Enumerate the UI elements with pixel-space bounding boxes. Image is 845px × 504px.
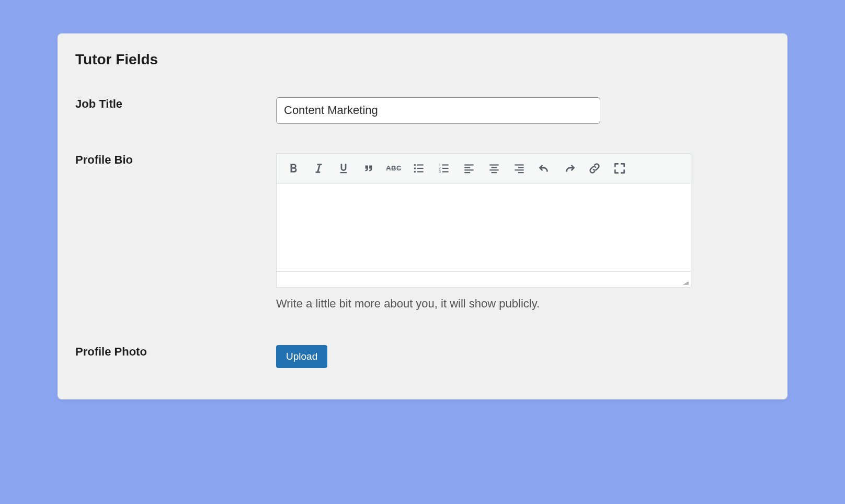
profile-bio-label: Profile Bio xyxy=(75,153,133,166)
svg-point-0 xyxy=(414,164,416,165)
underline-icon xyxy=(337,162,350,175)
editor-toolbar: ABC 123 xyxy=(277,154,691,184)
undo-button[interactable] xyxy=(532,156,557,181)
bio-textarea[interactable] xyxy=(277,184,691,271)
svg-rect-9 xyxy=(442,164,449,165)
svg-rect-20 xyxy=(515,164,523,165)
svg-rect-16 xyxy=(489,164,498,165)
bold-button[interactable] xyxy=(281,156,306,181)
strikethrough-icon: ABC xyxy=(386,164,402,172)
svg-point-1 xyxy=(414,167,416,169)
fullscreen-button[interactable] xyxy=(607,156,632,181)
align-left-icon xyxy=(462,162,476,175)
svg-rect-21 xyxy=(518,167,524,168)
numbered-list-icon: 123 xyxy=(437,162,451,175)
svg-rect-13 xyxy=(464,167,470,168)
svg-rect-17 xyxy=(492,167,497,168)
editor-statusbar xyxy=(277,271,691,287)
tutor-fields-panel: Tutor Fields Job Title Profile Bio xyxy=(58,33,787,399)
upload-button[interactable]: Upload xyxy=(276,345,327,368)
underline-button[interactable] xyxy=(331,156,356,181)
svg-rect-12 xyxy=(464,164,473,165)
svg-rect-4 xyxy=(417,168,424,169)
redo-button[interactable] xyxy=(557,156,582,181)
svg-rect-23 xyxy=(518,172,524,173)
svg-rect-22 xyxy=(515,169,523,170)
svg-rect-18 xyxy=(489,169,498,170)
svg-rect-14 xyxy=(464,169,473,170)
quote-icon xyxy=(362,162,375,175)
svg-rect-3 xyxy=(417,164,424,165)
bulleted-list-icon xyxy=(412,162,426,175)
svg-rect-10 xyxy=(442,168,449,169)
profile-bio-row: Profile Bio xyxy=(58,143,787,311)
profile-photo-label: Profile Photo xyxy=(75,345,147,358)
align-left-button[interactable] xyxy=(456,156,482,181)
bio-help-text: Write a little bit more about you, it wi… xyxy=(276,297,691,311)
svg-rect-5 xyxy=(417,171,424,172)
bold-icon xyxy=(287,162,300,175)
align-right-button[interactable] xyxy=(507,156,532,181)
link-button[interactable] xyxy=(582,156,607,181)
numbered-list-button[interactable]: 123 xyxy=(431,156,456,181)
italic-button[interactable] xyxy=(306,156,331,181)
svg-rect-19 xyxy=(492,172,497,173)
bio-editor: ABC 123 xyxy=(276,153,691,288)
align-center-icon xyxy=(487,162,501,175)
redo-icon xyxy=(563,162,576,175)
link-icon xyxy=(588,162,601,175)
fullscreen-icon xyxy=(613,162,626,175)
svg-point-2 xyxy=(414,170,416,172)
resize-handle[interactable] xyxy=(683,282,690,286)
panel-title: Tutor Fields xyxy=(58,49,787,73)
svg-rect-11 xyxy=(442,171,449,172)
job-title-row: Job Title xyxy=(58,87,787,124)
job-title-label: Job Title xyxy=(75,97,122,110)
align-center-button[interactable] xyxy=(482,156,507,181)
undo-icon xyxy=(538,162,551,175)
align-right-icon xyxy=(512,162,526,175)
bulleted-list-button[interactable] xyxy=(406,156,431,181)
svg-rect-15 xyxy=(464,172,470,173)
profile-photo-row: Profile Photo Upload xyxy=(58,335,787,368)
svg-text:3: 3 xyxy=(439,169,441,173)
blockquote-button[interactable] xyxy=(356,156,381,181)
job-title-input[interactable] xyxy=(276,97,600,124)
italic-icon xyxy=(312,162,325,175)
strikethrough-button[interactable]: ABC xyxy=(381,156,406,181)
